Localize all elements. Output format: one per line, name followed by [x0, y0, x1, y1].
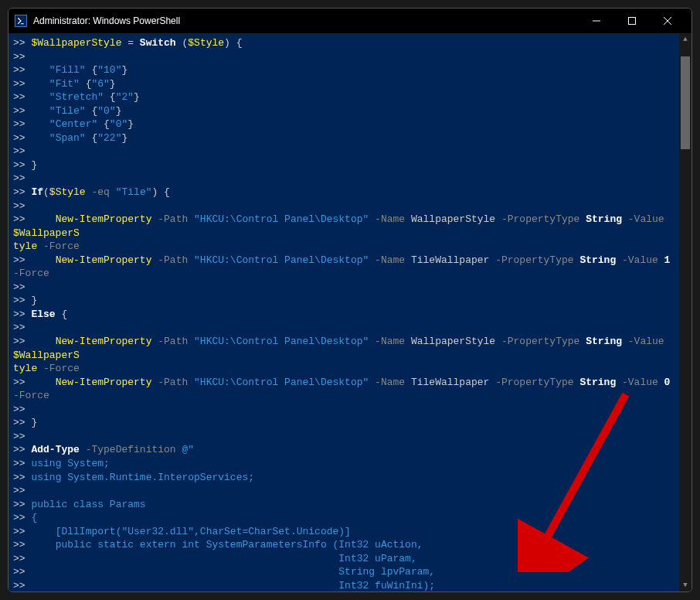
- code: $WallpaperStyle: [31, 37, 121, 49]
- titlebar[interactable]: Administrator: Windows PowerShell: [8, 9, 692, 33]
- window-title: Administrator: Windows PowerShell: [33, 15, 579, 26]
- minimize-button[interactable]: [579, 9, 614, 33]
- close-button[interactable]: [650, 9, 685, 33]
- vertical-scrollbar[interactable]: ▲ ▼: [679, 33, 692, 591]
- window-controls: [579, 9, 685, 33]
- maximize-button[interactable]: [614, 9, 650, 33]
- svg-rect-0: [629, 18, 636, 25]
- powershell-icon: [15, 15, 27, 27]
- terminal-area: >> $WallpaperStyle = Switch ($Style) { >…: [8, 33, 692, 591]
- scroll-thumb[interactable]: [681, 56, 690, 149]
- scroll-up-arrow[interactable]: ▲: [679, 33, 692, 46]
- prompt: >>: [13, 37, 25, 49]
- powershell-window: Administrator: Windows PowerShell >> $Wa…: [8, 8, 692, 592]
- terminal-output[interactable]: >> $WallpaperStyle = Switch ($Style) { >…: [8, 33, 679, 591]
- scroll-down-arrow[interactable]: ▼: [679, 579, 692, 591]
